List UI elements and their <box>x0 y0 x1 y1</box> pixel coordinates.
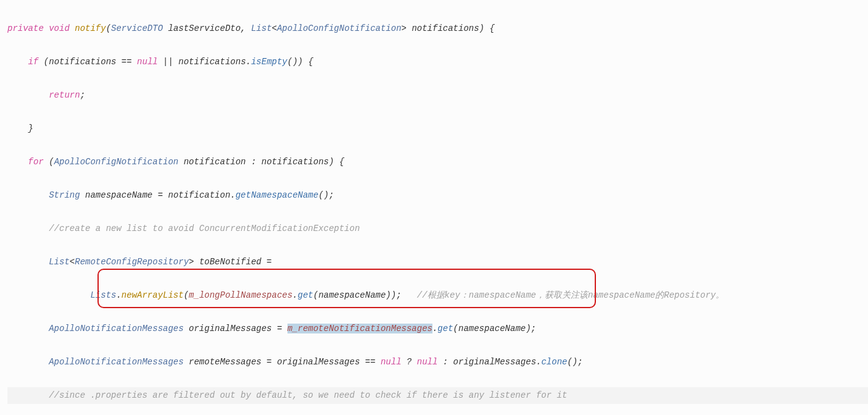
kw-null: null <box>417 357 438 367</box>
line-10: ApolloNotificationMessages originalMessa… <box>7 321 868 337</box>
fn-isempty: isEmpty <box>251 57 287 67</box>
type-list: List <box>49 257 70 267</box>
fn-getns: getNamespaceName <box>236 190 318 200</box>
paren: ( <box>106 23 111 33</box>
line-5: for (ApolloConfigNotification notificati… <box>7 154 868 170</box>
line-12-highlighted: //since .properties are filtered out by … <box>7 387 868 404</box>
type-notification: ApolloConfigNotification <box>277 23 402 33</box>
ident: notifications <box>178 57 246 67</box>
fn-get: get <box>298 290 313 300</box>
type-msgs: ApolloNotificationMessages <box>49 324 183 333</box>
field-longpoll: m_longPollNamespaces <box>189 290 292 300</box>
comment: //根据key：namespaceName，获取关注该namespaceName… <box>417 290 724 300</box>
rhs: originalMessages <box>453 357 536 367</box>
line-3: return; <box>7 87 868 104</box>
arg: namespaceName <box>318 290 386 300</box>
kw-return: return <box>49 90 80 100</box>
op: == <box>365 357 376 367</box>
type-msgs: ApolloNotificationMessages <box>49 357 183 367</box>
ident: notifications <box>49 57 116 67</box>
kw-for: for <box>28 157 44 167</box>
line-11: ApolloNotificationMessages remoteMessage… <box>7 354 868 371</box>
method-name: notify <box>75 23 105 33</box>
line-1: private void notify(ServiceDTO lastServi… <box>7 20 868 37</box>
fn-clone: clone <box>541 357 567 367</box>
fn-get: get <box>437 324 453 333</box>
line-7: //create a new list to avoid ConcurrentM… <box>7 220 868 237</box>
op: == <box>122 57 132 67</box>
var: notification <box>184 157 246 167</box>
var: originalMessages <box>189 324 271 333</box>
type: ApolloConfigNotification <box>54 157 179 167</box>
type-servicedto: ServiceDTO <box>111 23 163 33</box>
kw-null: null <box>137 57 158 67</box>
comment: //since .properties are filtered out by … <box>49 390 567 400</box>
iter: notifications <box>262 157 329 167</box>
rhs: originalMessages <box>277 357 360 367</box>
kw-private: private <box>7 23 44 33</box>
code-block: private void notify(ServiceDTO lastServi… <box>0 0 868 415</box>
fn-newarraylist: newArrayList <box>122 290 184 300</box>
line-9: Lists.newArrayList(m_longPollNamespaces.… <box>7 287 868 304</box>
line-6: String namespaceName = notification.getN… <box>7 187 868 204</box>
comment: //create a new list to avoid ConcurrentM… <box>49 224 360 233</box>
line-8: List<RemoteConfigRepository> toBeNotifie… <box>7 254 868 270</box>
line-4: } <box>7 120 868 137</box>
op: || <box>163 57 173 67</box>
type-repo: RemoteConfigRepository <box>75 257 189 267</box>
var: toBeNotified <box>199 257 262 267</box>
kw-void: void <box>49 23 70 33</box>
type-string: String <box>49 190 80 200</box>
kw-if: if <box>28 57 39 67</box>
var: remoteMessages <box>189 357 262 367</box>
field-remote-hl: m_remoteNotificationMessages <box>287 324 432 333</box>
arg: namespaceName <box>458 324 526 333</box>
cls-lists: Lists <box>90 290 116 300</box>
var: namespaceName <box>85 190 152 200</box>
line-2: if (notifications == null || notificatio… <box>7 54 868 70</box>
obj: notification <box>168 190 230 200</box>
param-name: lastServiceDto <box>168 23 241 33</box>
kw-null: null <box>381 357 402 367</box>
param-name: notifications <box>411 23 479 33</box>
type-list: List <box>251 23 272 33</box>
